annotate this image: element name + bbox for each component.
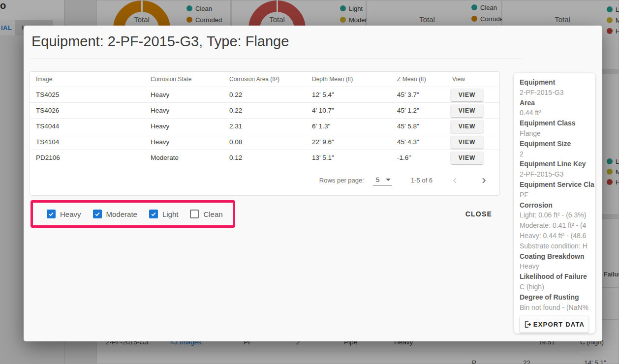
filter-label: Clean: [203, 210, 222, 218]
cell-image: TS4025: [30, 91, 145, 98]
cell-view: VIEW: [446, 104, 499, 117]
export-icon: [524, 320, 532, 329]
next-page-button[interactable]: [478, 175, 490, 186]
details-value: 2: [520, 149, 595, 159]
column-header: Corrosion State: [145, 76, 223, 83]
corrosion-table: ImageCorrosion StateCorrosion Area (ft²)…: [30, 71, 500, 196]
column-header: Depth Mean (ft): [306, 76, 391, 83]
cell-depth-mean: 22' 9.6": [306, 138, 391, 146]
cell-z-mean: 45' 3.7": [391, 91, 446, 98]
table-row: TS4025Heavy0.2212' 5.4"45' 3.7"VIEW: [30, 87, 499, 102]
filter-item-heavy: Heavy: [47, 210, 81, 218]
details-label: Likelihood of Failure: [520, 272, 595, 282]
cell-z-mean: 45' 1.2": [391, 107, 446, 114]
details-label: Equipment Service Cla: [520, 180, 595, 190]
details-value: Bin not found - (NaN%: [520, 303, 595, 313]
cell-corrosion-area: 0.22: [223, 107, 306, 114]
view-button[interactable]: VIEW: [451, 136, 483, 149]
cell-corrosion-area: 0.22: [223, 91, 306, 98]
cell-view: VIEW: [446, 136, 499, 149]
cell-depth-mean: 6' 1.3": [306, 122, 391, 130]
details-value: PF: [520, 190, 595, 200]
check-icon: [94, 211, 101, 217]
cell-view: VIEW: [446, 120, 499, 133]
export-data-label: EXPORT DATA: [533, 321, 585, 328]
details-value: Heavy: 0.44 ft² - (48.6: [520, 231, 595, 241]
details-value: Light: 0.06 ft² - (6.3%): [520, 210, 595, 220]
details-label: Equipment Class: [520, 118, 595, 128]
details-label: Coating Breakdown: [520, 251, 595, 262]
filter-label: Moderate: [106, 210, 137, 218]
cell-view: VIEW: [446, 152, 499, 164]
filter-label: Heavy: [60, 210, 81, 218]
cell-corrosion-area: 0.12: [223, 154, 306, 161]
details-label: Corrosion: [520, 200, 595, 211]
dialog-title: Equipment: 2-PF-2015-G3, Type: Flange: [31, 33, 289, 50]
divider: [30, 58, 524, 59]
rows-per-page-value: 5: [376, 176, 379, 183]
details-label: Area: [520, 98, 595, 108]
checkbox-light[interactable]: [149, 210, 158, 218]
checkbox-moderate[interactable]: [93, 210, 102, 218]
previous-page-button[interactable]: [449, 175, 461, 186]
details-value: 2-PF-2015-G3: [520, 88, 595, 98]
column-header: Image: [30, 76, 145, 83]
export-data-button[interactable]: EXPORT DATA: [520, 316, 588, 333]
column-header: View: [446, 76, 499, 83]
cell-image: TS4104: [30, 138, 145, 146]
filter-item-light: Light: [149, 210, 179, 218]
view-button[interactable]: VIEW: [451, 152, 483, 164]
cell-depth-mean: 13' 5.1": [306, 154, 391, 161]
corrosion-filter-group-highlighted: HeavyModerateLightClean: [31, 200, 235, 228]
modal-table-body: TS4025Heavy0.2212' 5.4"45' 3.7"VIEWTS402…: [30, 87, 499, 165]
details-value: Flange: [520, 128, 595, 139]
cell-depth-mean: 12' 5.4": [306, 91, 391, 98]
equipment-dialog: Equipment: 2-PF-2015-G3, Type: Flange Im…: [24, 26, 602, 341]
table-row: TS4026Heavy0.224' 10.7"45' 1.2"VIEW: [30, 102, 499, 118]
pagination-range: 1-5 of 6: [411, 177, 433, 184]
details-lines: Equipment2-PF-2015-G3Area0.44 ft²Equipme…: [520, 77, 595, 312]
details-value: 2-PF-2015-G3: [520, 169, 595, 180]
view-button[interactable]: VIEW: [451, 89, 483, 101]
table-row: TS4044Heavy2.316' 1.3"45' 5.8"VIEW: [30, 118, 499, 134]
filter-label: Light: [162, 210, 179, 218]
filter-item-moderate: Moderate: [93, 210, 137, 218]
cell-corrosion-area: 2.31: [223, 122, 306, 130]
details-value: 0.44 ft²: [520, 108, 595, 118]
cell-image: PD2106: [30, 154, 145, 161]
cell-corrosion-state: Heavy: [145, 91, 223, 98]
cell-z-mean: 45' 5.8": [391, 122, 446, 130]
table-header-row: ImageCorrosion StateCorrosion Area (ft²)…: [30, 72, 499, 87]
table-row: TS4104Heavy0.0822' 9.6"45' 4.3"VIEW: [30, 134, 499, 150]
details-label: Degree of Rusting: [520, 292, 595, 303]
cell-corrosion-state: Heavy: [145, 138, 223, 146]
cell-depth-mean: 4' 10.7": [306, 107, 391, 114]
pagination-bar: Rows per page: 5 1-5 of 6: [30, 165, 499, 195]
table-row: PD2106Moderate0.1213' 5.1"-1.6"VIEW: [30, 150, 499, 165]
chevron-right-icon: [479, 176, 489, 185]
equipment-details-panel: Equipment2-PF-2015-G3Area0.44 ft²Equipme…: [514, 73, 595, 334]
filter-item-clean: Clean: [190, 210, 222, 218]
cell-image: TS4026: [30, 107, 145, 114]
checkbox-clean[interactable]: [190, 210, 199, 218]
cell-view: VIEW: [446, 89, 499, 101]
view-button[interactable]: VIEW: [451, 104, 483, 117]
cell-corrosion-state: Heavy: [145, 122, 223, 130]
cell-image: TS4044: [30, 122, 145, 130]
view-button[interactable]: VIEW: [451, 120, 483, 133]
chevron-left-icon: [450, 176, 460, 185]
details-value: C (high): [520, 282, 595, 292]
column-header: Z Mean (ft): [391, 76, 446, 83]
rows-per-page-select[interactable]: 5: [373, 175, 392, 186]
details-value: Moderate: 0.41 ft² - (4: [520, 220, 595, 231]
details-label: Equipment Line Key: [520, 159, 595, 169]
details-label: Equipment Size: [520, 139, 595, 149]
column-header: Corrosion Area (ft²): [223, 76, 306, 83]
checkbox-heavy[interactable]: [47, 210, 56, 218]
close-button[interactable]: CLOSE: [465, 210, 492, 218]
cell-corrosion-area: 0.08: [223, 138, 306, 146]
cell-z-mean: 45' 4.3": [391, 138, 446, 146]
rows-per-page-label: Rows per page:: [319, 177, 364, 184]
check-icon: [48, 211, 55, 217]
details-value: Substrate condition: H: [520, 241, 595, 251]
